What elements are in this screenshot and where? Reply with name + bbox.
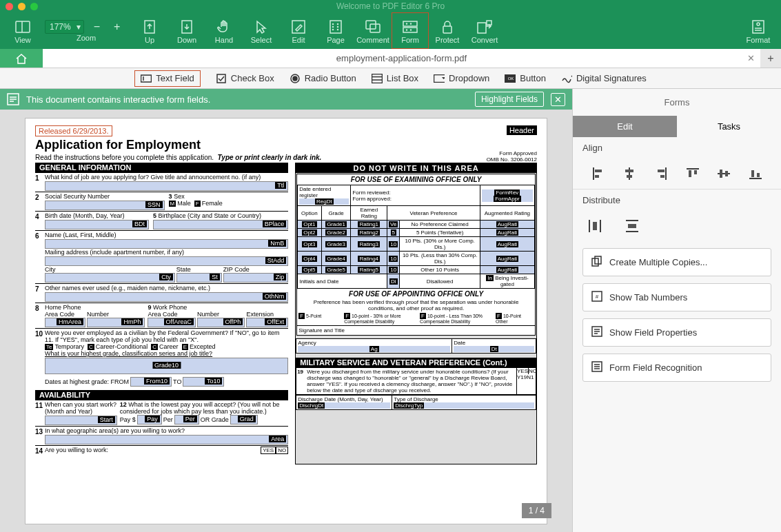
align-right-button[interactable] bbox=[653, 165, 669, 182]
align-top-button[interactable] bbox=[684, 165, 701, 182]
tab-tasks[interactable]: Tasks bbox=[677, 116, 781, 137]
grade5-field[interactable]: Grade5 bbox=[325, 267, 347, 273]
state-field[interactable]: St bbox=[176, 273, 222, 283]
close-banner-button[interactable]: ✕ bbox=[551, 93, 565, 106]
grade-field[interactable]: Grad bbox=[230, 415, 258, 424]
opt5-field[interactable]: Opt5 bbox=[302, 267, 316, 273]
start-date-field[interactable]: Start bbox=[45, 416, 117, 425]
close-tab-button[interactable]: ✕ bbox=[747, 53, 755, 63]
grade-from-field[interactable]: From10 bbox=[130, 377, 172, 387]
work-phone-field[interactable]: OffPh bbox=[197, 318, 245, 327]
protect-tool[interactable]: Protect bbox=[429, 12, 466, 49]
align-center-h-button[interactable] bbox=[621, 165, 638, 182]
maximize-window-button[interactable] bbox=[30, 3, 38, 10]
rating2-field[interactable]: Rating2 bbox=[358, 229, 380, 236]
augrating1-field[interactable]: AugRati bbox=[496, 221, 518, 227]
regdt-field[interactable]: RegDt bbox=[315, 198, 334, 205]
zoom-select[interactable]: 177% bbox=[45, 20, 84, 34]
down-tool[interactable]: Down bbox=[168, 12, 205, 49]
zoom-out-button[interactable]: − bbox=[90, 21, 104, 33]
rating4-field[interactable]: Rating4 bbox=[358, 256, 380, 262]
digital-signatures-tool[interactable]: Digital Signatures bbox=[561, 73, 647, 84]
birthdate-field[interactable]: BDt bbox=[45, 220, 149, 229]
up-tool[interactable]: Up bbox=[131, 12, 168, 49]
ssn-field[interactable]: SSN bbox=[45, 201, 165, 210]
opt4-field[interactable]: Opt4 bbox=[302, 256, 316, 262]
align-center-v-button[interactable] bbox=[716, 165, 732, 182]
augrating3-field[interactable]: AugRati bbox=[496, 241, 518, 247]
discharge-date-field[interactable]: DischrgDt bbox=[298, 402, 325, 409]
zoom-in-button[interactable]: + bbox=[110, 21, 124, 33]
career-checkbox[interactable]: C bbox=[151, 344, 158, 350]
pay-field[interactable]: Pay bbox=[137, 415, 162, 424]
edit-tool[interactable]: Edit bbox=[280, 12, 317, 49]
form-field-recognition-button[interactable]: Form Field Recognition bbox=[582, 354, 771, 382]
list-box-tool[interactable]: List Box bbox=[372, 73, 418, 84]
page-tool[interactable]: Page bbox=[317, 12, 354, 49]
distribute-h-button[interactable] bbox=[587, 218, 603, 234]
job-title-field[interactable]: Ttl bbox=[45, 181, 288, 191]
radio-button-tool[interactable]: Radio Button bbox=[290, 73, 356, 84]
tab-edit[interactable]: Edit bbox=[573, 116, 677, 137]
di-field[interactable]: Di bbox=[389, 278, 398, 285]
grade-to-field[interactable]: To10 bbox=[183, 377, 224, 387]
close-window-button[interactable] bbox=[6, 3, 13, 10]
augrating2-field[interactable]: AugRati bbox=[496, 229, 518, 236]
excepted-checkbox[interactable]: E bbox=[182, 344, 188, 350]
opt3-field[interactable]: Opt3 bbox=[302, 241, 316, 247]
hand-tool[interactable]: Hand bbox=[205, 12, 243, 49]
rating5-field[interactable]: Rating5 bbox=[358, 267, 380, 273]
discharge-type-field[interactable]: DischrgTyp bbox=[394, 402, 424, 409]
distribute-v-button[interactable] bbox=[624, 218, 640, 234]
date-field[interactable]: Dt bbox=[490, 346, 498, 352]
document-tab[interactable]: employment-application-form.pdf ✕ bbox=[43, 49, 760, 68]
minimize-window-button[interactable] bbox=[18, 3, 26, 10]
comment-tool[interactable]: Comment bbox=[354, 12, 392, 49]
rating1-field[interactable]: Rating1 bbox=[358, 221, 380, 227]
per-field[interactable]: Per bbox=[174, 415, 199, 424]
vp10c-field[interactable]: 10 bbox=[389, 267, 398, 273]
dropdown-tool[interactable]: Dropdown bbox=[434, 73, 489, 84]
formrev-field[interactable]: FormRev bbox=[494, 190, 520, 196]
agency-field[interactable]: Ag bbox=[369, 346, 379, 352]
document-viewport[interactable]: Released 6/29/2013. Header Application f… bbox=[0, 110, 572, 532]
grade4-field[interactable]: Grade4 bbox=[325, 256, 347, 262]
vp10a-field[interactable]: 10 bbox=[389, 241, 398, 247]
in-field[interactable]: In bbox=[486, 275, 494, 281]
new-tab-button[interactable]: + bbox=[760, 49, 781, 68]
city-field[interactable]: Cty bbox=[45, 273, 175, 283]
align-bottom-button[interactable] bbox=[747, 165, 764, 182]
opt2-field[interactable]: Opt2 bbox=[302, 229, 316, 236]
name-field[interactable]: NmB bbox=[45, 239, 288, 249]
other-names-field[interactable]: OthNm bbox=[45, 292, 288, 302]
form-tool[interactable]: Form bbox=[392, 12, 429, 49]
home-tab[interactable] bbox=[0, 49, 43, 68]
highlight-fields-button[interactable]: Highlight Fields bbox=[475, 92, 544, 107]
convert-tool[interactable]: Convert bbox=[466, 12, 503, 49]
select-tool[interactable]: Select bbox=[243, 12, 280, 49]
grade2-field[interactable]: Grade2 bbox=[325, 229, 347, 236]
address-field[interactable]: StAdd bbox=[45, 256, 288, 266]
grade1-field[interactable]: Grade1 bbox=[325, 221, 347, 227]
rating3-field[interactable]: Rating3 bbox=[358, 241, 380, 247]
sex-male-checkbox[interactable]: M bbox=[169, 201, 176, 207]
header-field[interactable]: Header bbox=[507, 125, 537, 135]
highest-grade-field[interactable]: Grade10 bbox=[45, 358, 288, 374]
text-field-tool[interactable]: Text Field bbox=[134, 70, 201, 87]
temporary-checkbox[interactable]: Te bbox=[45, 344, 53, 350]
align-left-button[interactable] bbox=[590, 165, 607, 182]
view-tool[interactable]: View bbox=[4, 12, 41, 49]
sex-female-checkbox[interactable]: F bbox=[194, 201, 201, 207]
geo-area-field[interactable]: Area bbox=[45, 435, 288, 444]
zip-field[interactable]: Zip bbox=[223, 273, 288, 283]
vp5-field[interactable]: 5 bbox=[391, 229, 396, 236]
birthplace-field[interactable]: BPlace bbox=[153, 220, 288, 229]
show-field-properties-button[interactable]: Show Field Properties bbox=[582, 318, 771, 347]
grade3-field[interactable]: Grade3 bbox=[325, 241, 347, 247]
work-area-field[interactable]: OffAreaC bbox=[148, 318, 195, 327]
show-tab-numbers-button[interactable]: # Show Tab Numbers bbox=[582, 283, 771, 311]
q19-field[interactable]: Y19N1 bbox=[517, 374, 534, 380]
augrating4-field[interactable]: AugRati bbox=[496, 256, 518, 262]
ve-field[interactable]: Ve bbox=[389, 221, 398, 227]
formappr-field[interactable]: FormAppr bbox=[494, 196, 521, 202]
